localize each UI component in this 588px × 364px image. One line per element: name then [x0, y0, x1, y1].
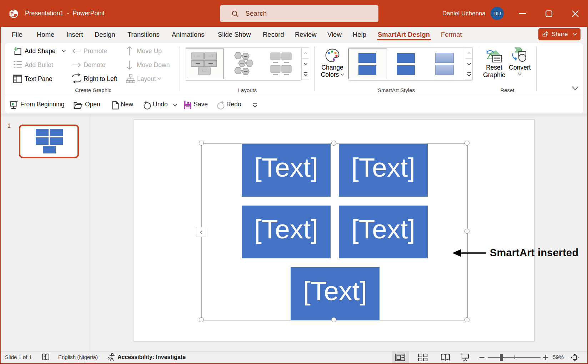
svg-text:P: P [10, 11, 14, 16]
